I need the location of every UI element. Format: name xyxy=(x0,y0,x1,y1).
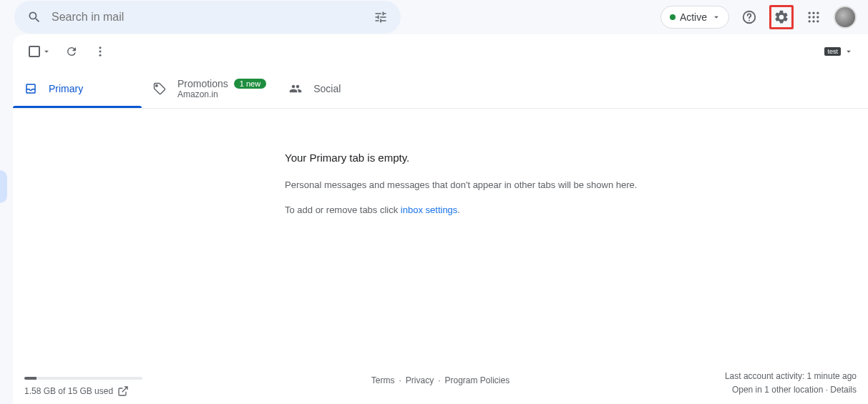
input-tools-badge: test xyxy=(824,47,841,56)
sidebar-collapsed-edge[interactable] xyxy=(0,170,7,203)
search-options-icon[interactable] xyxy=(366,3,395,31)
inbox-icon xyxy=(24,82,37,95)
new-badge: 1 new xyxy=(234,79,266,89)
terms-link[interactable]: Terms xyxy=(371,375,395,385)
svg-point-9 xyxy=(816,20,819,22)
empty-subtitle: Personal messages and messages that don'… xyxy=(285,179,868,190)
open-in-new-icon[interactable] xyxy=(117,385,129,397)
chevron-down-icon xyxy=(711,12,721,22)
tab-label: Social xyxy=(313,83,341,94)
refresh-button[interactable] xyxy=(59,39,84,64)
account-avatar[interactable] xyxy=(834,6,857,29)
category-tabs: Primary Promotions 1 new Amazon.in Socia… xyxy=(13,69,868,109)
policies-link[interactable]: Program Policies xyxy=(445,375,510,385)
chevron-down-icon xyxy=(42,46,52,56)
separator: · xyxy=(399,375,401,385)
checkbox-icon xyxy=(29,46,40,57)
tab-sublabel: Amazon.in xyxy=(177,89,266,99)
storage-bar xyxy=(24,377,142,380)
mail-toolbar: test xyxy=(13,34,868,69)
tab-label: Primary xyxy=(49,83,83,94)
header-bar: Active xyxy=(0,0,868,34)
status-dot-icon xyxy=(670,14,676,20)
select-all-checkbox[interactable] xyxy=(24,41,56,61)
tab-primary[interactable]: Primary xyxy=(13,69,142,108)
last-activity-text: Last account activity: 1 minute ago xyxy=(725,370,857,383)
svg-point-5 xyxy=(812,16,814,18)
footer-links: Terms · Privacy · Program Policies xyxy=(371,375,509,385)
storage-text: 1.58 GB of 15 GB used xyxy=(24,386,113,396)
inbox-settings-link[interactable]: inbox settings xyxy=(401,205,458,215)
storage-meter: 1.58 GB of 15 GB used xyxy=(24,377,142,397)
privacy-link[interactable]: Privacy xyxy=(406,375,434,385)
svg-point-3 xyxy=(816,12,819,14)
tab-social[interactable]: Social xyxy=(278,69,406,108)
svg-point-6 xyxy=(816,16,819,18)
svg-point-10 xyxy=(99,46,102,49)
open-location-text: Open in 1 other location · xyxy=(732,385,830,395)
separator: · xyxy=(438,375,440,385)
search-icon[interactable] xyxy=(20,3,49,31)
search-input[interactable] xyxy=(49,11,366,24)
empty-action-text: To add or remove tabs click inbox settin… xyxy=(285,205,868,215)
svg-point-8 xyxy=(812,20,814,22)
main-content: test Primary Promotions 1 new Amazon.in xyxy=(13,34,868,404)
details-link[interactable]: Details xyxy=(830,385,857,395)
svg-point-1 xyxy=(809,12,811,14)
search-box xyxy=(14,1,401,34)
svg-point-13 xyxy=(156,84,157,86)
support-icon[interactable] xyxy=(735,3,764,31)
people-icon xyxy=(289,82,302,95)
empty-state: Your Primary tab is empty. Personal mess… xyxy=(13,109,868,215)
footer-activity: Last account activity: 1 minute ago Open… xyxy=(725,370,857,397)
storage-fill xyxy=(24,377,36,380)
empty-title: Your Primary tab is empty. xyxy=(285,152,868,164)
footer: 1.58 GB of 15 GB used Terms · Privacy · … xyxy=(24,370,857,397)
empty-action-suffix: . xyxy=(457,205,460,215)
empty-action-prefix: To add or remove tabs click xyxy=(285,205,401,215)
svg-point-2 xyxy=(812,12,814,14)
svg-point-4 xyxy=(809,16,811,18)
tab-label: Promotions xyxy=(177,78,228,89)
more-options-button[interactable] xyxy=(87,39,113,64)
apps-grid-icon[interactable] xyxy=(799,3,828,31)
tab-promotions[interactable]: Promotions 1 new Amazon.in xyxy=(142,69,278,108)
svg-point-11 xyxy=(99,51,102,53)
settings-button-highlighted[interactable] xyxy=(769,5,794,29)
svg-point-12 xyxy=(99,54,102,56)
chevron-down-icon xyxy=(844,46,854,56)
gear-icon xyxy=(774,9,789,25)
tag-icon xyxy=(153,82,166,95)
input-tools-toggle[interactable]: test xyxy=(821,44,857,59)
svg-point-7 xyxy=(809,20,811,22)
status-label: Active xyxy=(680,11,707,23)
status-active-chip[interactable]: Active xyxy=(660,6,729,29)
